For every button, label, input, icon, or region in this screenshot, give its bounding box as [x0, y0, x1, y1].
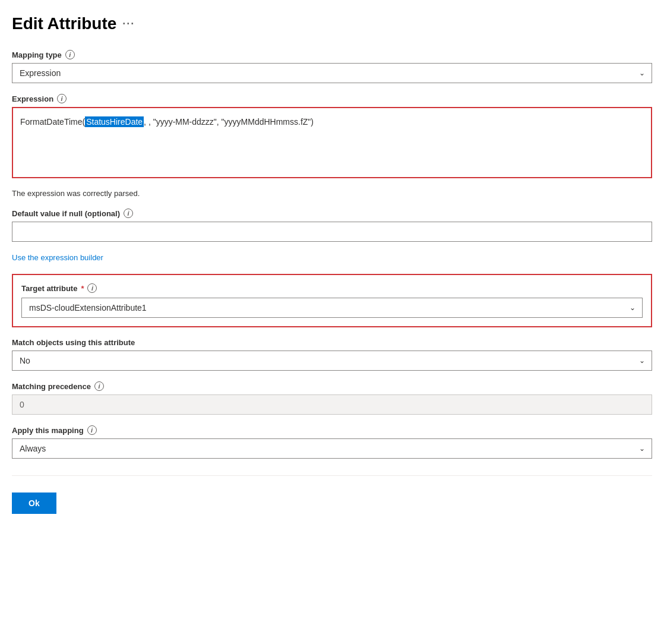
match-objects-select-wrapper: No Yes ⌄: [12, 351, 652, 371]
apply-mapping-select-wrapper: Always Only during object creation Only …: [12, 438, 652, 459]
divider: [12, 475, 652, 476]
expression-input[interactable]: FormatDateTime(StatusHireDate, , "yyyy-M…: [12, 107, 652, 178]
expression-group: Expression i FormatDateTime(StatusHireDa…: [12, 94, 652, 178]
mapping-type-label: Mapping type i: [12, 50, 652, 59]
page-title-container: Edit Attribute ···: [12, 14, 652, 33]
default-value-input[interactable]: [12, 222, 652, 242]
match-objects-group: Match objects using this attribute No Ye…: [12, 338, 652, 371]
target-attribute-label: Target attribute * i: [21, 283, 643, 293]
mapping-type-select[interactable]: Expression Direct Constant None: [12, 63, 652, 83]
target-attribute-section: Target attribute * i msDS-cloudExtension…: [12, 274, 652, 327]
match-objects-select[interactable]: No Yes: [12, 351, 652, 371]
ok-button[interactable]: Ok: [12, 493, 56, 514]
matching-precedence-label: Matching precedence i: [12, 381, 652, 391]
apply-mapping-label: Apply this mapping i: [12, 425, 652, 435]
mapping-type-group: Mapping type i Expression Direct Constan…: [12, 50, 652, 83]
target-attribute-info-icon[interactable]: i: [87, 283, 97, 293]
expression-builder-link[interactable]: Use the expression builder: [12, 253, 103, 262]
expression-info-icon[interactable]: i: [57, 94, 67, 103]
target-attribute-select[interactable]: msDS-cloudExtensionAttribute1: [21, 298, 643, 318]
match-objects-label: Match objects using this attribute: [12, 338, 652, 347]
mapping-type-select-wrapper: Expression Direct Constant None ⌄: [12, 63, 652, 83]
expression-prefix: FormatDateTime(: [20, 117, 85, 127]
matching-precedence-info-icon[interactable]: i: [94, 381, 104, 391]
default-value-info-icon[interactable]: i: [124, 209, 133, 218]
required-star: *: [81, 284, 84, 293]
expression-label: Expression i: [12, 94, 652, 103]
apply-mapping-info-icon[interactable]: i: [87, 425, 97, 435]
apply-mapping-group: Apply this mapping i Always Only during …: [12, 425, 652, 459]
mapping-type-info-icon[interactable]: i: [65, 50, 75, 59]
matching-precedence-input: [12, 394, 652, 415]
matching-precedence-group: Matching precedence i: [12, 381, 652, 415]
default-value-group: Default value if null (optional) i: [12, 209, 652, 242]
default-value-label: Default value if null (optional) i: [12, 209, 652, 218]
parsed-message: The expression was correctly parsed.: [12, 189, 652, 198]
ellipsis-menu[interactable]: ···: [122, 18, 135, 30]
target-attribute-select-wrapper: msDS-cloudExtensionAttribute1 ⌄: [21, 298, 643, 318]
expression-highlighted-token: StatusHireDate: [85, 116, 144, 127]
expression-suffix: , , "yyyy-MM-ddzzz", "yyyyMMddHHmmss.fZ"…: [144, 117, 314, 127]
apply-mapping-select[interactable]: Always Only during object creation Only …: [12, 438, 652, 459]
page-title: Edit Attribute: [12, 14, 116, 33]
